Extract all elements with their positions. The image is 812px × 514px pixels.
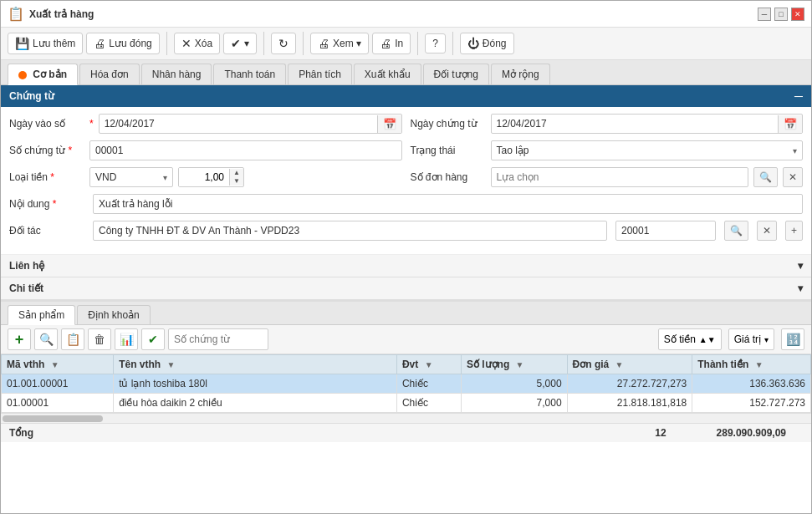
tab-doi-tuong[interactable]: Đối tượng xyxy=(423,64,489,84)
th-dvt: Đvt ▼ xyxy=(396,355,461,374)
footer-values: 12 289.090.909,09 xyxy=(655,427,803,439)
ty-gia-input[interactable] xyxy=(179,168,229,186)
td-ten-vthh-1: tủ lạnh toshiba 180l xyxy=(114,374,397,394)
check-button[interactable]: ✔ xyxy=(141,328,165,350)
ngay-chung-tu-input-wrap: 📅 xyxy=(491,114,804,134)
title-bar: 📋 Xuất trả hàng ─ □ ✕ xyxy=(1,1,811,28)
save-add-button[interactable]: 💾 Lưu thêm xyxy=(8,33,83,54)
table-row[interactable]: 01.00001 điều hòa daikin 2 chiều Chiếc 7… xyxy=(2,394,811,413)
trang-thai-select[interactable]: Tao lập ▾ xyxy=(491,140,804,160)
filter-so-chung-tu[interactable] xyxy=(168,328,268,350)
approve-arrow: ▾ xyxy=(244,38,249,49)
row-so-chung-tu: Số chứng từ * Trạng thái Tao lập ▾ xyxy=(9,140,803,160)
toolbar: 💾 Lưu thêm 🖨 Lưu đóng ✕ Xóa ✔ ▾ ↻ 🖨 Xem … xyxy=(1,28,811,60)
tab-thanh-toan[interactable]: Thanh toán xyxy=(213,64,286,84)
tab-hoa-don[interactable]: Hóa đơn xyxy=(79,64,140,84)
delete-row-button[interactable]: 🗑 xyxy=(88,328,111,350)
tab-dinh-khoan-label: Định khoản xyxy=(88,309,139,321)
filter-ten-vthh[interactable]: ▼ xyxy=(166,360,175,369)
filter-dvt[interactable]: ▼ xyxy=(425,360,433,369)
collapse-icon[interactable]: ─ xyxy=(794,89,803,103)
tab-san-pham-label: Sản phẩm xyxy=(18,309,64,321)
calculator-button[interactable]: 🔢 xyxy=(781,328,804,350)
loai-tien-label: Loại tiền * xyxy=(9,171,84,183)
doi-tac-search-button[interactable]: 🔍 xyxy=(724,221,748,241)
main-tabs: Cơ bản Hóa đơn Nhân hàng Thanh toán Phân… xyxy=(1,60,811,85)
ty-gia-up[interactable]: ▲ xyxy=(230,169,243,177)
approve-button[interactable]: ✔ ▾ xyxy=(223,33,257,54)
save-close-button[interactable]: 🖨 Lưu đóng xyxy=(86,33,159,54)
copy-row-button[interactable]: 📋 xyxy=(61,328,84,350)
lien-he-row[interactable]: Liên hệ ▾ xyxy=(1,255,811,277)
filter-so-luong[interactable]: ▼ xyxy=(516,360,524,369)
tab-thanh-toan-label: Thanh toán xyxy=(224,69,275,80)
ty-gia-down[interactable]: ▼ xyxy=(230,177,243,186)
th-so-luong-label: Số lượng xyxy=(467,359,509,370)
so-don-hang-input[interactable] xyxy=(491,167,749,187)
bottom-section: Sản phẩm Định khoản + 🔍 📋 🗑 📊 ✔ Số tiền … xyxy=(1,300,811,442)
tab-co-ban-label: Cơ bản xyxy=(33,69,67,80)
tab-san-pham[interactable]: Sản phẩm xyxy=(8,305,75,325)
so-don-hang-search-button[interactable]: 🔍 xyxy=(753,167,778,187)
import-button[interactable]: 📊 xyxy=(115,328,138,350)
chi-tiet-row[interactable]: Chi tiết ▾ xyxy=(1,277,811,300)
th-dvt-label: Đvt xyxy=(402,359,418,370)
tab-nhan-hang[interactable]: Nhân hàng xyxy=(141,64,212,84)
search-row-button[interactable]: 🔍 xyxy=(34,328,58,350)
print-button[interactable]: 🖨 In xyxy=(372,33,411,54)
ngay-chung-tu-input[interactable] xyxy=(492,115,779,133)
add-row-button[interactable]: + xyxy=(8,328,31,350)
ngay-chung-tu-calendar-icon[interactable]: 📅 xyxy=(778,115,802,133)
refresh-button[interactable]: ↻ xyxy=(271,33,296,54)
loai-tien-select[interactable]: VND ▾ xyxy=(89,167,173,187)
filter-thanh-tien[interactable]: ▼ xyxy=(755,360,763,369)
tab-mo-rong[interactable]: Mở rộng xyxy=(491,64,550,84)
loai-tien-value: VND xyxy=(95,171,116,183)
gia-tri-select[interactable]: Giá trị ▾ xyxy=(728,328,774,350)
filter-ma-vthh[interactable]: ▼ xyxy=(51,360,59,369)
tab-hoa-don-label: Hóa đơn xyxy=(90,69,129,80)
delete-button[interactable]: ✕ Xóa xyxy=(174,33,220,54)
so-don-hang-clear-button[interactable]: ✕ xyxy=(783,167,803,187)
close-button[interactable]: ⏻ Đóng xyxy=(460,33,514,54)
tab-dinh-khoan[interactable]: Định khoản xyxy=(77,305,150,324)
lien-he-arrow: ▾ xyxy=(798,260,803,272)
filter-don-gia[interactable]: ▼ xyxy=(615,360,624,369)
ngay-vao-so-label: Ngày vào số xyxy=(9,118,84,130)
close-window-button[interactable]: ✕ xyxy=(791,8,804,21)
td-ma-vthh-1: 01.001.00001 xyxy=(2,374,114,394)
delete-label: Xóa xyxy=(195,38,212,49)
so-tien-select[interactable]: Số tiền ▲▼ xyxy=(658,328,722,350)
horizontal-scrollbar[interactable] xyxy=(1,413,811,423)
row-noi-dung: Nội dung * xyxy=(9,194,803,214)
window-icon: 📋 xyxy=(8,6,24,22)
table-row[interactable]: 01.001.00001 tủ lạnh toshiba 180l Chiếc … xyxy=(2,374,811,394)
ngay-vao-so-calendar-icon[interactable]: 📅 xyxy=(377,115,401,133)
doi-tac-clear-button[interactable]: ✕ xyxy=(757,221,777,241)
noi-dung-input[interactable] xyxy=(93,194,803,214)
maximize-button[interactable]: □ xyxy=(774,8,788,21)
title-bar-left: 📋 Xuất trả hàng xyxy=(8,6,94,22)
gia-tri-arrow: ▾ xyxy=(764,335,769,344)
tab-co-ban[interactable]: Cơ bản xyxy=(8,64,78,85)
tab-xuat-khau[interactable]: Xuất khẩu xyxy=(354,64,421,84)
doi-tac-input[interactable] xyxy=(93,221,607,241)
td-so-luong-1: 5,000 xyxy=(461,374,567,394)
view-label: Xem ▾ xyxy=(333,38,361,49)
minimize-button[interactable]: ─ xyxy=(758,8,771,21)
help-button[interactable]: ? xyxy=(425,33,446,53)
doi-tac-add-button[interactable]: + xyxy=(785,221,803,241)
ngay-vao-so-input[interactable] xyxy=(100,115,377,133)
doi-tac-code-input[interactable] xyxy=(615,221,716,241)
ngay-chung-tu-group: Ngày chứng từ 📅 xyxy=(411,114,804,134)
scroll-thumb[interactable] xyxy=(3,415,103,422)
save-close-icon: 🖨 xyxy=(94,37,105,50)
view-button[interactable]: 🖨 Xem ▾ xyxy=(310,33,369,54)
tab-phan-tich[interactable]: Phân tích xyxy=(288,64,352,84)
ty-gia-spinner-btns: ▲ ▼ xyxy=(229,169,243,186)
so-chung-tu-input[interactable] xyxy=(89,140,402,160)
form-section: Ngày vào số * 📅 Ngày chứng từ 📅 xyxy=(1,107,811,255)
trang-thai-label: Trạng thái xyxy=(411,145,486,156)
th-thanh-tien: Thành tiền ▼ xyxy=(692,355,811,374)
loai-tien-arrow: ▾ xyxy=(163,173,167,182)
